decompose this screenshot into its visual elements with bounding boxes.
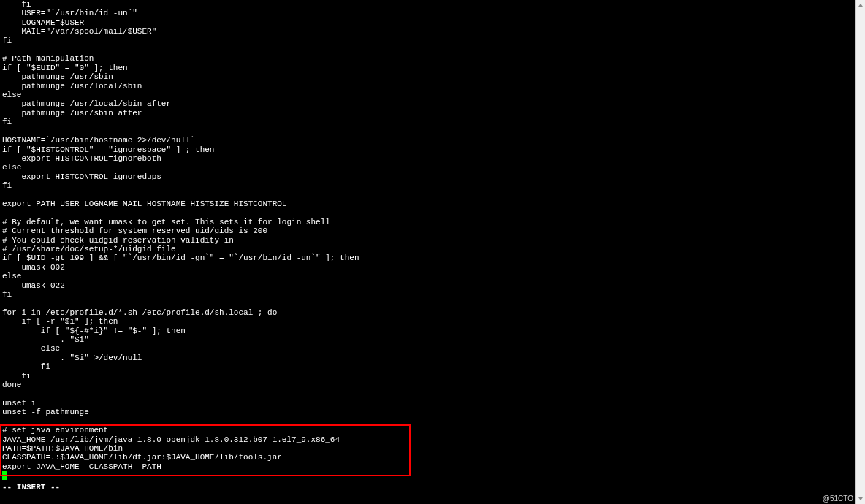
terminal-line: unset -f pathmunge <box>2 408 853 416</box>
terminal-line: if [ "$HISTCONTROL" = "ignorespace" ] ; … <box>2 145 853 154</box>
terminal-line: fi <box>2 181 853 190</box>
terminal-line <box>2 417 853 426</box>
terminal-line: export JAVA_HOME CLASSPATH PATH <box>2 462 853 471</box>
terminal-line <box>2 208 853 217</box>
watermark-text: @51CTO <box>823 495 865 503</box>
terminal-line: # /usr/share/doc/setup-*/uidgid file <box>2 245 853 253</box>
terminal-window[interactable]: fi USER="`/usr/bin/id -un`" LOGNAME=$USE… <box>0 0 855 504</box>
terminal-line: # Path manipulation <box>2 54 853 63</box>
terminal-line: . "$i" <box>2 335 853 344</box>
terminal-line: LOGNAME=$USER <box>2 18 853 27</box>
terminal-line: # You could check uidgid reservation val… <box>2 236 853 245</box>
terminal-line: if [ "${-#*i}" != "$-" ]; then <box>2 327 853 335</box>
terminal-line: if [ -r "$i" ]; then <box>2 317 853 326</box>
terminal-line: fi <box>2 118 853 126</box>
terminal-line <box>2 389 853 398</box>
terminal-line: else <box>2 272 853 280</box>
terminal-line: if [ "$EUID" = "0" ]; then <box>2 64 853 72</box>
terminal-line: pathmunge /usr/sbin <box>2 72 853 81</box>
terminal-line: export HISTCONTROL=ignoredups <box>2 172 853 181</box>
terminal-line: HOSTNAME=`/usr/bin/hostname 2>/dev/null` <box>2 136 853 145</box>
terminal-line: pathmunge /usr/sbin after <box>2 109 853 118</box>
terminal-line <box>2 45 853 54</box>
vertical-scrollbar[interactable] <box>855 0 865 504</box>
terminal-line: # By default, we want umask to get set. … <box>2 218 853 226</box>
terminal-line: else <box>2 344 853 353</box>
terminal-line: JAVA_HOME=/usr/lib/jvm/java-1.8.0-openjd… <box>2 435 853 444</box>
terminal-line: USER="`/usr/bin/id -un`" <box>2 9 853 18</box>
terminal-line: fi <box>2 0 853 9</box>
terminal-line <box>2 299 853 308</box>
terminal-line: pathmunge /usr/local/sbin after <box>2 99 853 108</box>
terminal-line <box>2 191 853 199</box>
vim-status-line: -- INSERT -- <box>2 483 853 492</box>
terminal-line: for i in /etc/profile.d/*.sh /etc/profil… <box>2 308 853 317</box>
terminal-line: # set java environment <box>2 426 853 435</box>
scrollbar-up-arrow[interactable] <box>856 0 866 10</box>
terminal-line: PATH=$PATH:$JAVA_HOME/bin <box>2 444 853 453</box>
scrollbar-track[interactable] <box>856 10 866 494</box>
terminal-text-area[interactable]: fi USER="`/usr/bin/id -un`" LOGNAME=$USE… <box>2 0 853 471</box>
terminal-line: # Current threshold for system reserved … <box>2 226 853 235</box>
terminal-line: export PATH USER LOGNAME MAIL HOSTNAME H… <box>2 199 853 208</box>
terminal-line <box>2 127 853 136</box>
terminal-line: MAIL="/var/spool/mail/$USER" <box>2 27 853 36</box>
terminal-line: fi <box>2 372 853 381</box>
terminal-line: fi <box>2 362 853 371</box>
terminal-line: CLASSPATH=.:$JAVA_HOME/lib/dt.jar:$JAVA_… <box>2 453 853 462</box>
terminal-line: else <box>2 91 853 99</box>
terminal-line: unset i <box>2 399 853 408</box>
terminal-line: umask 022 <box>2 281 853 290</box>
terminal-line: export HISTCONTROL=ignoreboth <box>2 154 853 163</box>
terminal-line: if [ $UID -gt 199 ] && [ "`/usr/bin/id -… <box>2 253 853 262</box>
terminal-line: . "$i" >/dev/null <box>2 354 853 362</box>
terminal-line: done <box>2 381 853 389</box>
text-cursor <box>2 471 7 480</box>
terminal-line: fi <box>2 290 853 299</box>
terminal-line: umask 002 <box>2 263 853 272</box>
terminal-line: else <box>2 163 853 172</box>
terminal-line: pathmunge /usr/local/sbin <box>2 82 853 91</box>
cursor-line <box>2 471 853 482</box>
terminal-line: fi <box>2 37 853 45</box>
